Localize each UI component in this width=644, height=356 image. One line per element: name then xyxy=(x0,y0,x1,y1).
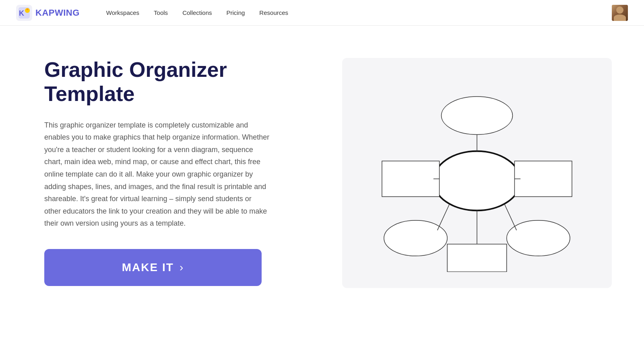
chevron-right-icon: › xyxy=(180,261,184,274)
nav-item-pricing[interactable]: Pricing xyxy=(219,6,252,19)
organizer-diagram xyxy=(358,74,596,272)
main-nav: Workspaces Tools Collections Pricing Res… xyxy=(99,6,295,19)
svg-line-14 xyxy=(505,204,516,230)
main-content: Graphic Organizer Template This graphic … xyxy=(0,26,644,312)
svg-rect-9 xyxy=(514,161,572,196)
organizer-preview xyxy=(342,58,612,288)
svg-line-12 xyxy=(438,204,449,230)
logo-icon: K xyxy=(16,5,32,21)
avatar-image xyxy=(612,5,628,21)
page-description: This graphic organizer template is compl… xyxy=(44,119,270,230)
svg-point-5 xyxy=(442,97,513,134)
svg-text:K: K xyxy=(19,9,24,17)
svg-point-13 xyxy=(507,220,570,256)
logo-text: KAPWING xyxy=(35,8,80,18)
user-avatar[interactable] xyxy=(612,5,628,21)
svg-rect-15 xyxy=(447,244,506,272)
svg-rect-7 xyxy=(382,161,440,196)
left-column: Graphic Organizer Template This graphic … xyxy=(44,58,310,286)
nav-item-tools[interactable]: Tools xyxy=(147,6,175,19)
nav-item-resources[interactable]: Resources xyxy=(252,6,295,19)
header-right xyxy=(612,5,628,21)
page-title: Graphic Organizer Template xyxy=(44,58,310,106)
make-it-button[interactable]: MAKE IT › xyxy=(44,249,262,286)
make-it-label: MAKE IT xyxy=(122,261,174,274)
svg-point-4 xyxy=(433,151,520,210)
nav-item-collections[interactable]: Collections xyxy=(175,6,219,19)
svg-point-11 xyxy=(384,220,447,256)
logo-link[interactable]: K KAPWING xyxy=(16,5,80,21)
header: K KAPWING Workspaces Tools Collections P… xyxy=(0,0,644,26)
nav-item-workspaces[interactable]: Workspaces xyxy=(99,6,147,19)
